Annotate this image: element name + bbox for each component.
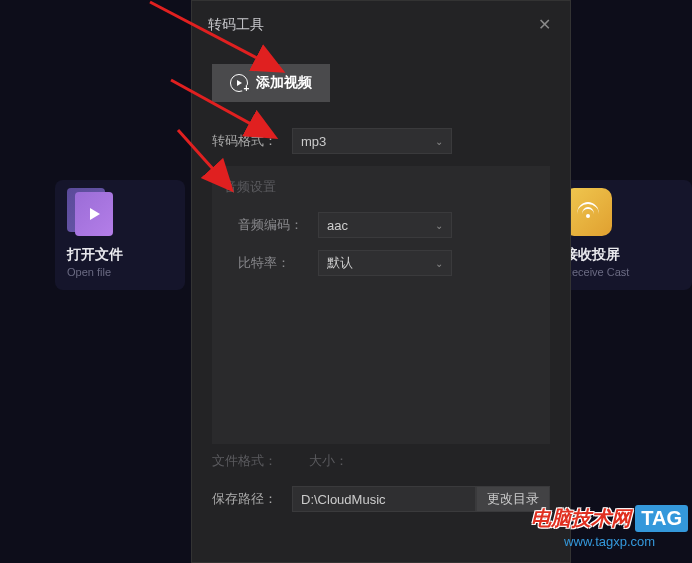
bitrate-value: 默认: [327, 254, 353, 272]
bitrate-label: 比特率：: [224, 254, 318, 272]
format-value: mp3: [301, 134, 326, 149]
size-label: 大小：: [309, 453, 348, 468]
file-play-icon: [67, 188, 115, 236]
chevron-down-icon: ⌄: [435, 220, 443, 231]
save-path-value: D:\CloudMusic: [301, 492, 386, 507]
watermark-tag: TAG: [635, 505, 688, 532]
receive-cast-title: 接收投屏: [564, 246, 680, 264]
bitrate-select[interactable]: 默认 ⌄: [318, 250, 452, 276]
open-file-sub: Open file: [67, 266, 173, 278]
chevron-down-icon: ⌄: [435, 258, 443, 269]
audio-codec-label: 音频编码：: [224, 216, 318, 234]
open-file-card[interactable]: 打开文件 Open file: [55, 180, 185, 290]
receive-cast-sub: Receive Cast: [564, 266, 680, 278]
save-path-label: 保存路径：: [212, 490, 292, 508]
watermark: 电脑技术网 TAG www.tagxp.com: [531, 505, 688, 549]
watermark-cn: 电脑技术网: [531, 505, 631, 532]
open-file-title: 打开文件: [67, 246, 173, 264]
dialog-title: 转码工具: [208, 16, 264, 34]
format-label: 转码格式：: [212, 132, 292, 150]
audio-settings-panel: 音频设置 音频编码： aac ⌄ 比特率： 默认 ⌄: [212, 166, 550, 444]
format-select[interactable]: mp3 ⌄: [292, 128, 452, 154]
receive-cast-card[interactable]: 接收投屏 Receive Cast: [552, 180, 692, 290]
add-video-icon: [230, 74, 248, 92]
transcode-dialog: 转码工具 ✕ 添加视频 转码格式： mp3 ⌄ 音频设置 音频编码： aac ⌄: [191, 0, 571, 563]
panel-title: 音频设置: [224, 178, 538, 196]
save-path-input[interactable]: D:\CloudMusic: [292, 486, 476, 512]
add-video-label: 添加视频: [256, 74, 312, 92]
close-button[interactable]: ✕: [534, 15, 554, 34]
dialog-header: 转码工具 ✕: [192, 1, 570, 48]
audio-codec-value: aac: [327, 218, 348, 233]
audio-codec-select[interactable]: aac ⌄: [318, 212, 452, 238]
cast-icon: [564, 188, 612, 236]
file-format-label: 文件格式：: [212, 453, 277, 468]
watermark-url: www.tagxp.com: [531, 534, 688, 549]
add-video-button[interactable]: 添加视频: [212, 64, 330, 102]
chevron-down-icon: ⌄: [435, 136, 443, 147]
file-info-row: 文件格式： 大小：: [212, 444, 550, 486]
